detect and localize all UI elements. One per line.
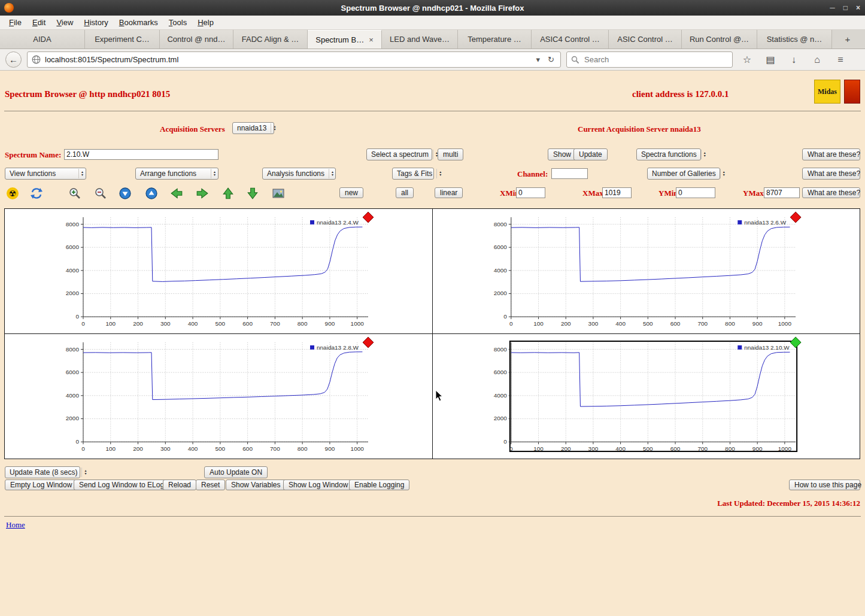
xmin-input[interactable] <box>516 187 545 198</box>
update-button[interactable]: Update <box>573 148 608 160</box>
maximize-button[interactable]: □ <box>843 4 848 12</box>
back-button[interactable]: ← <box>5 51 22 68</box>
xmax-input[interactable] <box>602 187 632 198</box>
chevron-down-icon[interactable]: ▾ <box>535 55 542 64</box>
tags-fits-select[interactable]: Tags & Fits <box>392 168 434 180</box>
menu-help[interactable]: Help <box>192 16 219 29</box>
show-log-window-button[interactable]: Show Log Window <box>283 480 353 490</box>
show-button[interactable]: Show <box>548 148 576 160</box>
tab-aida[interactable]: AIDA <box>0 30 85 48</box>
new-tab-button[interactable]: + <box>839 30 856 48</box>
update-rate-select[interactable]: Update Rate (8 secs) <box>5 466 80 478</box>
reset-button[interactable]: Reset <box>196 480 225 490</box>
tab-run-control[interactable]: Run Control @… <box>682 30 757 48</box>
what-are-these-button-3[interactable]: What are these? <box>802 187 860 198</box>
ymin-input[interactable] <box>676 187 715 198</box>
url-text: localhost:8015/Spectrum/Spectrum.tml <box>45 55 178 64</box>
what-are-these-button-1[interactable]: What are these? <box>802 148 860 160</box>
spectrum-chart-2-6-w[interactable]: 0100200300400500600700800900100002000400… <box>433 209 860 334</box>
number-of-galleries-select[interactable]: Number of Galleries <box>647 168 720 180</box>
menu-file[interactable]: File <box>4 16 27 29</box>
radioactive-icon[interactable]: ☢ <box>6 187 19 200</box>
menu-bookmarks[interactable]: Bookmarks <box>114 16 163 29</box>
tab-fadc-align[interactable]: FADC Align & … <box>233 30 308 48</box>
search-input[interactable] <box>583 54 728 65</box>
tab-asic-control[interactable]: ASIC Control … <box>609 30 682 48</box>
svg-text:100: 100 <box>105 320 116 327</box>
tab-experiment[interactable]: Experiment C… <box>85 30 160 48</box>
analysis-functions-select[interactable]: Analysis functions <box>262 168 336 180</box>
image-icon[interactable] <box>272 187 285 200</box>
refresh-icon[interactable] <box>30 187 43 200</box>
spectra-functions-select[interactable]: Spectra functions <box>636 148 701 160</box>
tab-close-icon[interactable]: × <box>369 35 374 44</box>
close-button[interactable]: × <box>856 4 860 12</box>
midas-logo[interactable]: Midas <box>814 80 840 104</box>
how-to-use-button[interactable]: How to use this page <box>789 480 860 490</box>
bookmark-star-icon[interactable]: ☆ <box>738 54 756 65</box>
multi-button[interactable]: multi <box>438 148 463 160</box>
ymax-input[interactable] <box>764 187 800 198</box>
xmax-label: XMax <box>582 189 603 198</box>
empty-log-window-button[interactable]: Empty Log Window <box>5 480 77 490</box>
svg-text:4000: 4000 <box>66 267 80 274</box>
what-are-these-button-2[interactable]: What are these? <box>802 168 860 180</box>
arrow-down-icon[interactable] <box>246 187 259 200</box>
institute-logo[interactable] <box>844 80 860 104</box>
tab-spectrum-browser[interactable]: Spectrum B… × <box>308 30 382 48</box>
auto-update-button[interactable]: Auto Update ON <box>204 466 268 478</box>
arrow-right-icon[interactable] <box>196 187 209 200</box>
tab-led-wave[interactable]: LED and Wave… <box>382 30 458 48</box>
all-button[interactable]: all <box>396 187 414 198</box>
url-bar[interactable]: localhost:8015/Spectrum/Spectrum.tml ▾ ↻ <box>27 51 561 68</box>
menu-history[interactable]: History <box>78 16 113 29</box>
tab-statistics[interactable]: Statistics @ n… <box>757 30 832 48</box>
tab-control[interactable]: Control @ nnd… <box>160 30 233 48</box>
menu-tools[interactable]: Tools <box>163 16 192 29</box>
spectrum-chart-2-8-w[interactable]: 0100200300400500600700800900100002000400… <box>5 334 433 459</box>
circle-arrow-down-icon[interactable] <box>119 187 132 200</box>
spectrum-chart-2-4-w[interactable]: 0100200300400500600700800900100002000400… <box>5 209 433 334</box>
tab-temperature[interactable]: Temperature … <box>458 30 532 48</box>
linear-button[interactable]: linear <box>435 187 463 198</box>
acquisition-servers-select[interactable]: nnaida13 <box>232 122 274 134</box>
svg-text:4000: 4000 <box>66 392 80 399</box>
svg-text:nnaida13 2.8.W: nnaida13 2.8.W <box>317 344 359 351</box>
globe-icon <box>32 55 41 64</box>
search-box[interactable] <box>566 51 733 68</box>
svg-text:200: 200 <box>561 445 571 452</box>
home-link[interactable]: Home <box>6 520 25 530</box>
zoom-in-icon[interactable] <box>68 187 81 200</box>
circle-arrow-up-icon[interactable] <box>145 187 158 200</box>
reload-icon[interactable]: ↻ <box>546 55 556 64</box>
view-functions-select[interactable]: View functions <box>5 168 86 180</box>
spectrum-chart-2-10-w[interactable]: 0100200300400500600700800900100002000400… <box>433 334 860 459</box>
svg-text:300: 300 <box>160 445 171 452</box>
svg-text:800: 800 <box>725 320 735 327</box>
zoom-out-icon[interactable] <box>94 187 107 200</box>
arrow-left-icon[interactable] <box>170 187 183 200</box>
svg-text:300: 300 <box>588 320 599 327</box>
show-variables-button[interactable]: Show Variables <box>226 480 286 490</box>
menu-view[interactable]: View <box>51 16 78 29</box>
arrange-functions-select[interactable]: Arrange functions <box>135 168 218 180</box>
select-spinner-icon <box>433 150 438 159</box>
arrow-up-icon[interactable] <box>221 187 235 200</box>
select-spinner-icon <box>211 169 216 178</box>
send-log-to-elog-button[interactable]: Send Log Window to ELog <box>74 480 169 490</box>
select-spectrum-select[interactable]: Select a spectrum <box>366 148 432 160</box>
channel-input[interactable] <box>551 168 588 179</box>
new-button[interactable]: new <box>339 187 363 198</box>
enable-logging-button[interactable]: Enable Logging <box>349 480 409 490</box>
tab-asic4-control[interactable]: ASIC4 Control … <box>532 30 609 48</box>
downloads-icon[interactable]: ↓ <box>785 54 803 65</box>
menu-edit[interactable]: Edit <box>27 16 51 29</box>
hamburger-menu-icon[interactable]: ≡ <box>831 54 849 65</box>
bookmarks-list-icon[interactable]: ▤ <box>761 54 779 65</box>
spectrum-name-input[interactable] <box>64 149 218 160</box>
home-icon[interactable]: ⌂ <box>808 54 826 65</box>
minimize-button[interactable]: ─ <box>830 4 835 12</box>
reload-button[interactable]: Reload <box>163 480 196 490</box>
svg-text:600: 600 <box>242 320 253 327</box>
spectrum-name-label: Spectrum Name: <box>5 150 61 160</box>
